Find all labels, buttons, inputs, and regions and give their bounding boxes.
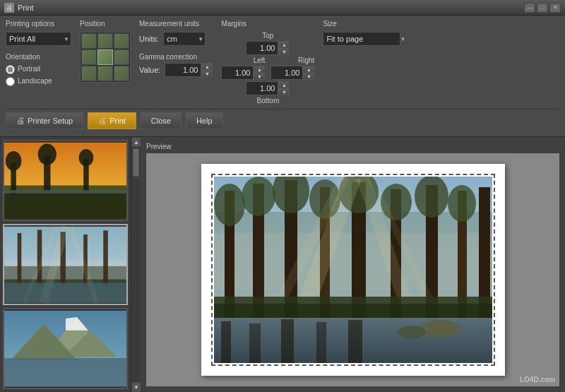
units-label: Units: — [139, 35, 159, 43]
units-row: Units: cm in mm — [139, 32, 213, 46]
margin-left-input[interactable] — [221, 66, 254, 80]
size-group: Size Fit to page Original size Custom — [323, 20, 408, 46]
gamma-input[interactable] — [165, 63, 201, 77]
margin-top-down[interactable]: ▼ — [278, 48, 290, 55]
size-select[interactable]: Fit to page Original size Custom — [323, 32, 400, 46]
close-button[interactable]: Close — [141, 112, 182, 129]
close-button[interactable]: ✕ — [549, 3, 561, 13]
thumb-item-1[interactable] — [3, 140, 128, 221]
main-content: Printing options Print All Print Selecte… — [0, 16, 565, 392]
thumb-image-1 — [4, 141, 126, 220]
watermark-text: LO4D.com — [520, 376, 555, 384]
preview-area: LO4D.com — [146, 153, 559, 386]
scroll-thumb[interactable] — [133, 148, 139, 177]
pos-cell-tr[interactable] — [114, 33, 129, 49]
thumbnail-section: ▲ ▼ — [0, 137, 141, 392]
scroll-down-btn[interactable]: ▼ — [131, 382, 141, 392]
margin-right-btns: ▲ ▼ — [303, 66, 314, 80]
printing-options-select[interactable]: Print All Print Selected Print Current — [6, 32, 71, 46]
printing-options-group: Printing options Print All Print Selecte… — [6, 20, 71, 86]
margin-left-btns: ▲ ▼ — [254, 66, 265, 80]
margin-right-col: Right ▲ ▼ — [270, 57, 314, 80]
pos-cell-tl[interactable] — [81, 33, 97, 49]
thumb-item-2[interactable] — [3, 224, 128, 305]
pos-cell-mr[interactable] — [114, 49, 129, 65]
portrait-radio-item[interactable]: Portrait — [6, 65, 71, 74]
margin-bottom-down[interactable]: ▼ — [278, 88, 290, 95]
help-button[interactable]: Help — [186, 112, 223, 129]
printer-setup-label: Printer Setup — [28, 117, 73, 125]
orientation-group: Orientation Portrait Landscape — [6, 53, 71, 86]
portrait-label: Portrait — [18, 65, 40, 73]
svg-point-8 — [79, 149, 94, 166]
margin-top-label: Top — [262, 32, 273, 40]
close-label: Close — [151, 117, 171, 125]
margin-left-col: Left ▲ ▼ — [221, 57, 265, 80]
print-icon: 🖨 — [98, 116, 107, 126]
scroll-track — [131, 147, 141, 382]
margin-left-label: Left — [254, 57, 266, 64]
margins-group: Margins Top ▲ ▼ — [221, 20, 314, 105]
gamma-down-btn[interactable]: ▼ — [201, 70, 213, 77]
svg-rect-59 — [348, 320, 362, 363]
position-grid — [80, 32, 131, 83]
margin-top-btns: ▲ ▼ — [278, 41, 290, 55]
margin-right-down[interactable]: ▼ — [303, 73, 314, 80]
margin-right-up[interactable]: ▲ — [303, 66, 314, 73]
title-bar-buttons: — □ ✕ — [524, 3, 561, 13]
svg-rect-26 — [4, 358, 126, 386]
units-select[interactable]: cm in mm — [163, 32, 206, 46]
gamma-group: Gamma correction Value: ▲ ▼ — [139, 53, 213, 77]
landscape-radio[interactable] — [6, 77, 15, 86]
top-panel: Printing options Print All Print Selecte… — [0, 16, 565, 137]
bottom-panel: ▲ ▼ Preview — [0, 137, 565, 392]
svg-rect-58 — [316, 322, 326, 363]
margin-right-spinner: ▲ ▼ — [270, 66, 314, 80]
buttons-row: 🖨 Printer Setup 🖨 Print Close Help — [6, 109, 559, 132]
title-bar-icon: 🖨 — [4, 3, 14, 13]
preview-image — [214, 177, 492, 363]
gamma-up-btn[interactable]: ▲ — [201, 63, 213, 70]
preview-page — [201, 164, 505, 376]
pos-cell-br[interactable] — [114, 66, 129, 81]
margin-bottom-input[interactable] — [246, 81, 278, 95]
print-label: Print — [109, 117, 126, 125]
margins-layout: Top ▲ ▼ Left — [221, 32, 314, 105]
orientation-label: Orientation — [6, 53, 71, 61]
printing-options-wrapper: Print All Print Selected Print Current — [6, 32, 71, 46]
thumb-image-2 — [4, 225, 126, 304]
landscape-radio-item[interactable]: Landscape — [6, 77, 71, 86]
margin-bottom-label: Bottom — [257, 97, 280, 105]
minimize-button[interactable]: — — [524, 3, 535, 13]
thumb-item-3[interactable] — [3, 308, 128, 389]
margin-left-up[interactable]: ▲ — [254, 66, 265, 73]
svg-point-41 — [242, 177, 275, 216]
pos-cell-ml[interactable] — [81, 49, 97, 65]
svg-point-47 — [448, 185, 476, 222]
maximize-button[interactable]: □ — [537, 3, 548, 13]
scroll-up-btn[interactable]: ▲ — [131, 137, 141, 147]
margin-right-label: Right — [298, 57, 314, 64]
pos-cell-bl[interactable] — [81, 66, 97, 81]
margin-top-up[interactable]: ▲ — [278, 41, 290, 48]
margin-right-input[interactable] — [270, 66, 303, 80]
gamma-label: Gamma correction — [139, 53, 213, 61]
margin-bottom-up[interactable]: ▲ — [278, 81, 290, 88]
portrait-radio[interactable] — [6, 65, 15, 74]
print-button[interactable]: 🖨 Print — [88, 112, 136, 129]
printer-setup-button[interactable]: 🖨 Printer Setup — [6, 112, 83, 129]
pos-cell-mc[interactable] — [97, 49, 113, 65]
pos-cell-bc[interactable] — [97, 66, 113, 81]
size-label: Size — [323, 20, 408, 28]
thumbnail-scrollbar[interactable]: ▲ ▼ — [131, 137, 141, 392]
printer-setup-icon: 🖨 — [16, 116, 25, 126]
margin-top-input[interactable] — [246, 41, 278, 55]
margins-label: Margins — [221, 20, 314, 28]
margin-top-spinner: ▲ ▼ — [246, 41, 290, 55]
svg-point-4 — [6, 151, 21, 171]
pos-cell-tc[interactable] — [97, 33, 113, 49]
margin-middle-row: Left ▲ ▼ Right — [221, 57, 314, 80]
preview-forest-image — [214, 177, 492, 363]
thumbnail-list[interactable] — [0, 137, 131, 392]
margin-left-down[interactable]: ▼ — [254, 73, 265, 80]
